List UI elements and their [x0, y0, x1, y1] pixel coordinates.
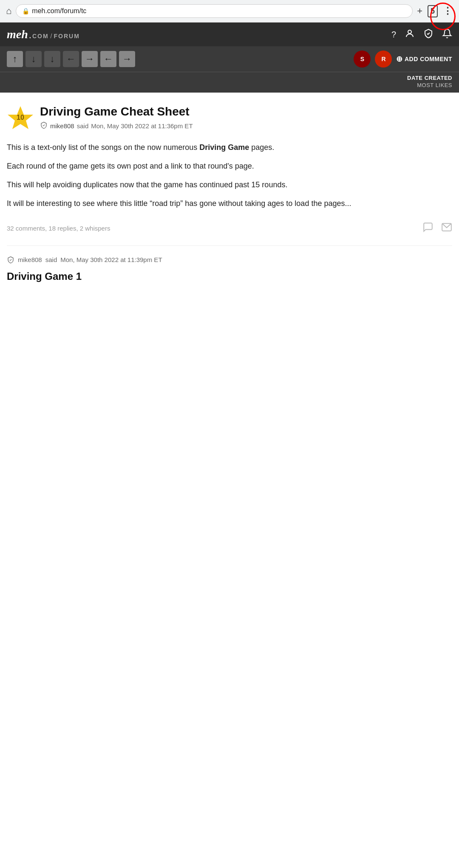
arrow-left2-button[interactable]: ← [100, 51, 116, 67]
notifications-icon[interactable] [442, 28, 452, 41]
menu-button[interactable]: ⋮ [443, 6, 453, 17]
avatar-r[interactable]: R [375, 51, 392, 68]
post-footer: 32 comments, 18 replies, 2 whispers [7, 217, 452, 245]
mail-icon[interactable] [441, 222, 452, 235]
arrow-right2-button[interactable]: → [119, 51, 135, 67]
sort-date-created[interactable]: DATE CREATED [407, 75, 452, 81]
site-header-icons: ? [391, 28, 452, 41]
arrow-up-button[interactable]: ↑ [7, 51, 23, 67]
post-author[interactable]: mike808 [50, 122, 74, 130]
avatar-s[interactable]: S [354, 51, 371, 68]
logo-dot: . [29, 30, 31, 41]
arrow-down2-button[interactable]: ↓ [44, 51, 60, 67]
new-tab-button[interactable]: + [417, 6, 422, 17]
comment-1-meta: mike808 said Mon, May 30th 2022 at 11:39… [7, 256, 452, 265]
add-comment-plus-icon: ⊕ [396, 54, 403, 64]
post-meta: mike808 said Mon, May 30th 2022 at 11:36… [40, 121, 452, 131]
post-title: Driving Game Cheat Sheet [40, 104, 452, 119]
arrow-right-button[interactable]: → [82, 51, 98, 67]
post-paragraph-2: Each round of the game gets its own post… [7, 161, 452, 172]
lock-icon: 🔒 [22, 8, 29, 14]
site-header: meh . COM / FORUM ? [0, 23, 459, 46]
logo-forum: FORUM [54, 33, 79, 39]
add-comment-label: ADD COMMENT [405, 56, 452, 62]
arrow-down-button[interactable]: ↓ [26, 51, 42, 67]
tabs-button[interactable]: 5 [428, 5, 438, 17]
post-header: 10 Driving Game Cheat Sheet mike808 said… [7, 93, 452, 138]
post-footer-icons [422, 222, 452, 235]
comment-icon[interactable] [422, 222, 434, 235]
post-title-block: Driving Game Cheat Sheet mike808 said Mo… [40, 104, 452, 131]
toolbar-arrows: ↑ ↓ ↓ ← → ← → [7, 51, 135, 67]
post-stats: 32 comments, 18 replies, 2 whispers [7, 225, 417, 232]
site-logo[interactable]: meh . COM / FORUM [7, 28, 80, 41]
url-text: meh.com/forum/tc [32, 7, 86, 15]
logo-meh: meh [7, 28, 28, 41]
user-icon[interactable] [405, 28, 415, 41]
logo-com: COM [32, 33, 49, 39]
shield-icon[interactable] [423, 28, 434, 41]
post-date: Mon, May 30th 2022 at 11:36pm ET [91, 122, 193, 130]
toolbar-right: S R ⊕ ADD COMMENT [354, 51, 452, 68]
post-paragraph-1: This is a text-only list of the songs on… [7, 142, 452, 154]
comment-shield-icon [7, 256, 14, 265]
author-shield-icon [40, 121, 48, 131]
comment-1-author[interactable]: mike808 [18, 256, 42, 263]
sort-row: DATE CREATED MOST LIKES [0, 72, 459, 93]
arrow-left-button[interactable]: ← [63, 51, 79, 67]
home-icon[interactable]: ⌂ [6, 6, 11, 17]
post-star: 10 [7, 104, 34, 132]
comment-1-date: Mon, May 30th 2022 at 11:39pm ET [60, 256, 162, 263]
browser-actions: + 5 ⋮ [417, 5, 453, 17]
svg-point-0 [408, 30, 411, 34]
main-content: 10 Driving Game Cheat Sheet mike808 said… [0, 93, 459, 289]
comment-1-title: Driving Game 1 [7, 271, 452, 283]
svg-text:10: 10 [17, 114, 24, 121]
toolbar: ↑ ↓ ↓ ← → ← → S R ⊕ ADD COMMENT [0, 46, 459, 72]
driving-game-link[interactable]: Driving Game [199, 143, 249, 152]
url-bar[interactable]: 🔒 meh.com/forum/tc [16, 4, 413, 18]
comment-1: mike808 said Mon, May 30th 2022 at 11:39… [7, 246, 452, 290]
post-paragraph-3: This will help avoiding duplicates now t… [7, 179, 452, 191]
help-icon[interactable]: ? [391, 30, 396, 39]
post-body: This is a text-only list of the songs on… [7, 138, 452, 217]
post-said: said [77, 122, 89, 130]
comment-1-said: said [45, 256, 57, 263]
sort-most-likes[interactable]: MOST LIKES [417, 82, 452, 88]
browser-bar: ⌂ 🔒 meh.com/forum/tc + 5 ⋮ [0, 0, 459, 23]
add-comment-button[interactable]: ⊕ ADD COMMENT [396, 54, 452, 64]
post-paragraph-4: It will be interesting to see where this… [7, 198, 452, 210]
logo-sep: / [51, 33, 52, 39]
